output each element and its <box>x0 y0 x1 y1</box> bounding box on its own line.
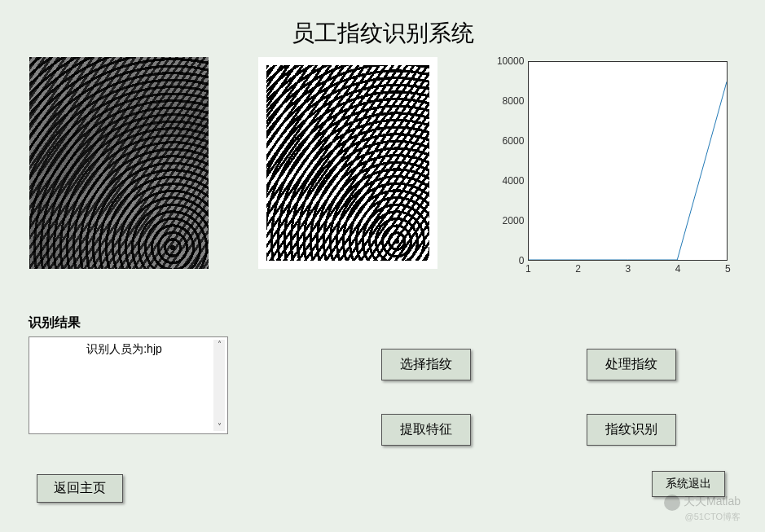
y-tick-label: 6000 <box>503 135 525 147</box>
x-tick-label: 1 <box>525 263 531 275</box>
main-content-row: 0200040006000800010000 12345 <box>0 57 765 281</box>
scrollbar[interactable]: ˄ ˅ <box>213 340 225 431</box>
y-tick-label: 8000 <box>503 95 525 107</box>
original-fingerprint-image <box>29 57 209 269</box>
extract-feature-button[interactable]: 提取特征 <box>381 414 471 446</box>
x-tick-label: 2 <box>575 263 581 275</box>
watermark: 天天Matlab @51CTO博客 <box>664 494 741 522</box>
y-tick-label: 10000 <box>497 55 524 67</box>
process-fingerprint-button[interactable]: 处理指纹 <box>587 349 676 380</box>
x-tick-label: 4 <box>675 263 681 275</box>
feature-chart: 0200040006000800010000 12345 <box>487 57 736 281</box>
page-title: 员工指纹识别系统 <box>0 0 765 57</box>
result-text: 识别人员为:hjp <box>36 341 213 357</box>
y-tick-label: 4000 <box>503 175 525 187</box>
result-label: 识别结果 <box>29 314 232 332</box>
recognize-fingerprint-button[interactable]: 指纹识别 <box>587 414 676 446</box>
x-tick-label: 5 <box>725 263 731 275</box>
result-textbox[interactable]: 识别人员为:hjp ˄ ˅ <box>29 336 228 434</box>
scroll-up-icon[interactable]: ˄ <box>218 340 222 349</box>
select-fingerprint-button[interactable]: 选择指纹 <box>381 349 471 380</box>
exit-system-button[interactable]: 系统退出 <box>652 471 725 497</box>
processed-fingerprint-image <box>258 57 437 269</box>
x-tick-label: 3 <box>625 263 631 275</box>
return-home-button[interactable]: 返回主页 <box>37 474 123 503</box>
y-tick-label: 2000 <box>503 215 525 226</box>
result-section: 识别结果 识别人员为:hjp ˄ ˅ <box>29 314 232 434</box>
y-tick-label: 0 <box>519 255 525 266</box>
scroll-down-icon[interactable]: ˅ <box>218 422 222 431</box>
